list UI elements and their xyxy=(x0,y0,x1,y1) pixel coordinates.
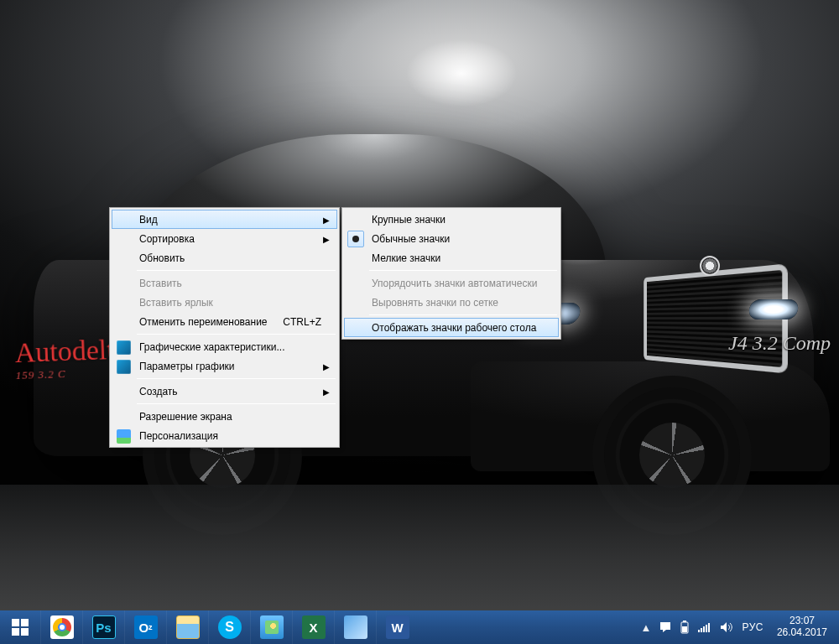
submenu-arrow-icon: ▶ xyxy=(323,357,330,377)
menu-shortcut: CTRL+Z xyxy=(283,313,321,332)
submenu-arrow-icon: ▶ xyxy=(323,210,330,230)
menu-item-label: Создать xyxy=(139,386,178,397)
taskbar-app-chrome[interactable] xyxy=(40,610,82,644)
taskbar-app-explorer[interactable] xyxy=(166,610,208,644)
menu-item-label: Вставить xyxy=(139,278,182,289)
menu-item-create[interactable]: Создать ▶ xyxy=(112,382,337,401)
menu-item-graphics-params[interactable]: Параметры графики ▶ xyxy=(112,356,337,376)
svg-rect-5 xyxy=(703,626,705,632)
menu-item-label: Обновить xyxy=(139,252,185,264)
submenu-item-medium-icons[interactable]: Обычные значки xyxy=(344,229,559,248)
menu-item-label: Разрешение экрана xyxy=(139,411,232,423)
menu-item-label: Графические характеристики... xyxy=(139,341,284,353)
desktop-context-menu: Вид ▶ Сортировка ▶ Обновить Вставить Вст… xyxy=(109,207,340,448)
menu-item-paste: Вставить xyxy=(112,273,337,293)
menu-separator xyxy=(137,378,336,379)
chrome-icon xyxy=(50,615,74,639)
taskbar-app-excel[interactable]: X xyxy=(292,610,334,644)
menu-item-view[interactable]: Вид ▶ xyxy=(112,210,337,229)
submenu-item-auto-arrange[interactable]: Упорядочить значки автоматически xyxy=(344,273,559,293)
intel-icon xyxy=(117,340,131,355)
volume-icon[interactable] xyxy=(720,621,733,633)
menu-separator xyxy=(137,334,336,335)
taskbar: Ps Oz X W ▲ РУС 23:07 26.04.2017 xyxy=(0,610,839,644)
menu-item-label: Параметры графики xyxy=(139,361,235,372)
menu-item-paste-shortcut: Вставить ярлык xyxy=(112,293,337,312)
taskbar-app-photos[interactable] xyxy=(250,610,292,644)
menu-separator xyxy=(137,403,336,404)
photos-icon xyxy=(260,615,284,639)
clock-date: 26.04.2017 xyxy=(777,627,827,639)
file-explorer-icon xyxy=(176,615,200,639)
wallpaper-model-badge: J4 3.2 Comp xyxy=(728,332,831,355)
menu-item-label: Сортировка xyxy=(139,233,195,245)
menu-item-label: Мелкие значки xyxy=(372,252,440,264)
excel-icon: X xyxy=(302,615,326,639)
menu-item-label: Крупные значки xyxy=(372,214,446,226)
personalize-icon xyxy=(117,429,131,444)
menu-item-label: Выровнять значки по сетке xyxy=(372,297,498,309)
skype-icon xyxy=(218,615,242,639)
svg-rect-4 xyxy=(701,628,702,632)
taskbar-app-photoshop[interactable]: Ps xyxy=(82,610,124,644)
submenu-item-large-icons[interactable]: Крупные значки xyxy=(344,210,559,229)
svg-rect-7 xyxy=(708,623,710,632)
menu-item-undo-rename[interactable]: Отменить переименование CTRL+Z xyxy=(112,312,337,331)
battery-icon[interactable] xyxy=(680,621,690,634)
start-button[interactable] xyxy=(0,610,40,644)
view-submenu: Крупные значки Обычные значки Мелкие зна… xyxy=(341,207,561,340)
menu-item-personalize[interactable]: Персонализация xyxy=(112,426,337,445)
svg-rect-2 xyxy=(682,626,687,632)
taskbar-pinned-apps: Ps Oz X W xyxy=(40,610,418,644)
language-indicator[interactable]: РУС xyxy=(742,621,763,633)
submenu-arrow-icon: ▶ xyxy=(323,382,330,402)
menu-item-graphics-props[interactable]: Графические характеристики... xyxy=(112,337,337,356)
submenu-item-show-desktop-icons[interactable]: Отображать значки рабочего стола xyxy=(344,318,559,337)
taskbar-app-word[interactable]: W xyxy=(376,610,418,644)
menu-separator xyxy=(369,314,557,315)
taskbar-app-skype[interactable] xyxy=(208,610,250,644)
taskbar-app-outlook[interactable]: Oz xyxy=(124,610,166,644)
menu-item-label: Персонализация xyxy=(139,430,218,442)
menu-item-screen-resolution[interactable]: Разрешение экрана xyxy=(112,407,337,426)
menu-separator xyxy=(369,270,557,271)
submenu-item-align-grid[interactable]: Выровнять значки по сетке xyxy=(344,293,559,312)
radio-dot-icon xyxy=(352,236,359,242)
taskbar-app-notepad[interactable] xyxy=(334,610,376,644)
system-tray: ▲ РУС 23:07 26.04.2017 xyxy=(634,610,839,644)
svg-rect-6 xyxy=(706,625,707,632)
svg-rect-1 xyxy=(683,621,686,622)
submenu-arrow-icon: ▶ xyxy=(323,230,330,249)
word-icon: W xyxy=(386,615,409,639)
svg-rect-3 xyxy=(698,630,700,632)
network-icon[interactable] xyxy=(698,621,711,633)
wallpaper-brand-text: Autodelt 159 3.2 C xyxy=(14,334,116,382)
windows-logo-icon xyxy=(12,619,29,636)
menu-item-label: Вид xyxy=(139,214,158,226)
tray-overflow-button[interactable]: ▲ xyxy=(641,621,652,634)
menu-item-label: Обычные значки xyxy=(372,233,450,245)
outlook-icon: Oz xyxy=(134,615,158,639)
menu-item-label: Отменить переименование xyxy=(139,316,268,328)
action-center-icon[interactable] xyxy=(659,621,671,633)
menu-item-refresh[interactable]: Обновить xyxy=(112,248,337,267)
photoshop-icon: Ps xyxy=(92,615,116,639)
notepad-icon xyxy=(344,615,367,639)
menu-separator xyxy=(137,270,336,271)
clock-time: 23:07 xyxy=(777,615,827,627)
menu-item-label: Упорядочить значки автоматически xyxy=(372,278,537,289)
menu-item-label: Отображать значки рабочего стола xyxy=(372,322,536,334)
menu-item-sort[interactable]: Сортировка ▶ xyxy=(112,229,337,248)
intel-icon xyxy=(117,360,131,374)
submenu-item-small-icons[interactable]: Мелкие значки xyxy=(344,248,559,267)
menu-item-label: Вставить ярлык xyxy=(139,297,213,309)
taskbar-clock[interactable]: 23:07 26.04.2017 xyxy=(772,615,832,639)
